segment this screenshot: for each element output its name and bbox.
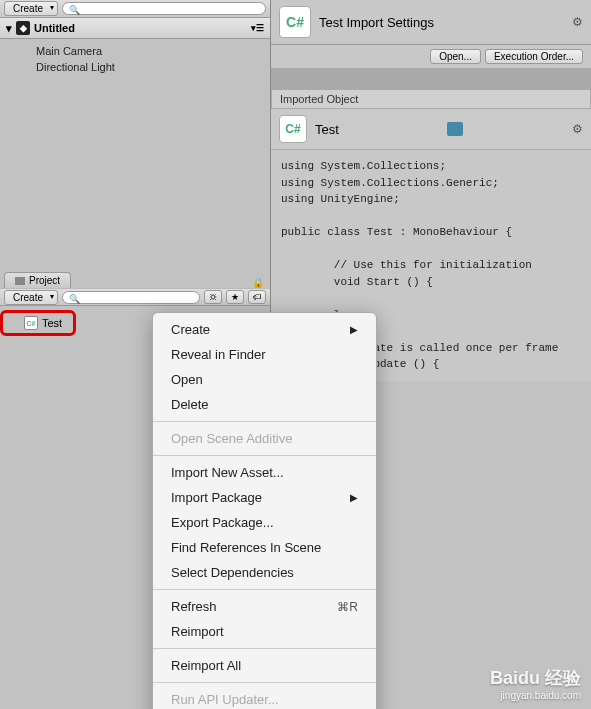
watermark: Baidu 经验 jingyan.baidu.com <box>490 666 581 701</box>
menu-reimport-all[interactable]: Reimport All <box>153 653 376 678</box>
csharp-icon: C# <box>279 115 307 143</box>
menu-reveal-finder[interactable]: Reveal in Finder <box>153 342 376 367</box>
shortcut-label: ⌘R <box>337 600 358 614</box>
menu-export-package[interactable]: Export Package... <box>153 510 376 535</box>
menu-select-dependencies[interactable]: Select Dependencies <box>153 560 376 585</box>
project-tab[interactable]: Project <box>4 272 71 288</box>
menu-separator <box>153 455 376 456</box>
submenu-arrow-icon: ▶ <box>350 492 358 503</box>
gear-icon[interactable]: ⚙ <box>572 122 583 136</box>
execution-order-button[interactable]: Execution Order... <box>485 49 583 64</box>
menu-delete[interactable]: Delete <box>153 392 376 417</box>
create-button[interactable]: Create <box>4 1 58 16</box>
hierarchy-item[interactable]: Directional Light <box>0 59 270 75</box>
scene-title: Untitled <box>34 22 75 34</box>
context-menu: Create▶ Reveal in Finder Open Delete Ope… <box>152 312 377 709</box>
watermark-url: jingyan.baidu.com <box>490 690 581 701</box>
project-create-button[interactable]: Create <box>4 290 58 305</box>
foldout-icon: ▾ <box>6 22 12 35</box>
menu-separator <box>153 682 376 683</box>
project-toolbar: Create 🔍 ⛭ ★ 🏷 <box>0 288 270 306</box>
menu-separator <box>153 589 376 590</box>
unity-logo-icon: ◆ <box>16 21 30 35</box>
csharp-icon: C# <box>24 316 38 330</box>
menu-find-references[interactable]: Find References In Scene <box>153 535 376 560</box>
inspector-buttons: Open... Execution Order... <box>271 45 591 69</box>
highlight-box: C# Test <box>0 310 76 336</box>
menu-create[interactable]: Create▶ <box>153 317 376 342</box>
inspector-header: C# Test Import Settings ⚙ <box>271 0 591 45</box>
menu-separator <box>153 648 376 649</box>
menu-refresh[interactable]: Refresh⌘R <box>153 594 376 619</box>
project-tab-label: Project <box>29 275 60 286</box>
csharp-icon: C# <box>279 6 311 38</box>
watermark-brand: Baidu 经验 <box>490 666 581 690</box>
project-search[interactable]: 🔍 <box>62 291 200 304</box>
folder-icon <box>15 277 25 285</box>
asset-name: Test <box>42 317 62 329</box>
gear-icon[interactable]: ⚙ <box>572 15 583 29</box>
scene-header[interactable]: ▾ ◆ Untitled ▾☰ <box>0 18 270 39</box>
hierarchy-search[interactable]: 🔍 <box>62 2 266 15</box>
menu-run-api-updater: Run API Updater... <box>153 687 376 709</box>
filter-icon[interactable]: ⛭ <box>204 290 222 304</box>
inspector-title: Test Import Settings <box>319 15 434 30</box>
scene-menu-icon[interactable]: ▾☰ <box>251 23 264 33</box>
menu-import-package[interactable]: Import Package▶ <box>153 485 376 510</box>
menu-import-asset[interactable]: Import New Asset... <box>153 460 376 485</box>
help-icon[interactable] <box>447 122 463 136</box>
hierarchy-toolbar: Create 🔍 <box>0 0 270 18</box>
menu-reimport[interactable]: Reimport <box>153 619 376 644</box>
script-row: C# Test ⚙ <box>271 109 591 150</box>
script-name: Test <box>315 122 339 137</box>
submenu-arrow-icon: ▶ <box>350 324 358 335</box>
label-icon[interactable]: 🏷 <box>248 290 266 304</box>
menu-open[interactable]: Open <box>153 367 376 392</box>
lock-icon[interactable]: 🔒 <box>252 277 264 288</box>
hierarchy-item[interactable]: Main Camera <box>0 43 270 59</box>
search-icon: 🔍 <box>69 294 80 304</box>
search-icon: 🔍 <box>69 5 80 15</box>
asset-item[interactable]: C# Test <box>4 314 70 332</box>
imported-object-header: Imported Object <box>271 89 591 109</box>
menu-separator <box>153 421 376 422</box>
favorite-icon[interactable]: ★ <box>226 290 244 304</box>
open-button[interactable]: Open... <box>430 49 481 64</box>
hierarchy-body: Main Camera Directional Light <box>0 39 270 79</box>
menu-open-scene-additive: Open Scene Additive <box>153 426 376 451</box>
